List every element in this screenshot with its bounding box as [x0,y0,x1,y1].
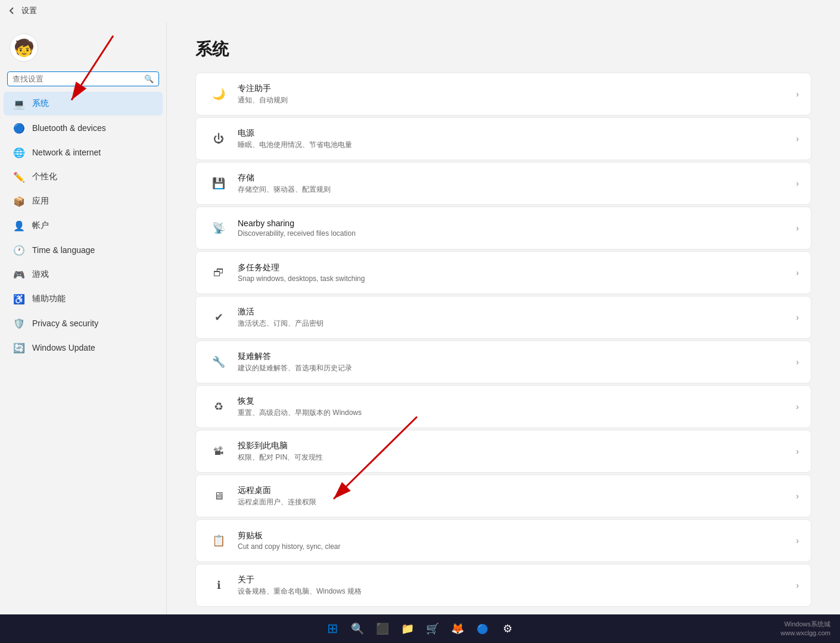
settings-item-activation[interactable]: ✔ 激活 激活状态、订阅、产品密钥 › [195,296,811,339]
sidebar-label-bluetooth: Bluetooth & devices [32,123,106,133]
task-view-button[interactable]: ⬛ [372,618,393,639]
settings-text-focus: 专注助手 通知、自动规则 [238,83,796,105]
sidebar-item-gaming[interactable]: 🎮 游戏 [4,263,163,286]
watermark: Windows系统城 www.wxclgg.com [780,620,830,638]
sidebar-icon-time: 🕐 [13,244,25,256]
settings-item-focus[interactable]: 🌙 专注助手 通知、自动规则 › [195,73,811,116]
teams-button[interactable]: 🔵 [472,618,493,639]
sidebar-item-network[interactable]: 🌐 Network & internet [4,141,163,164]
settings-chevron-remote: › [796,491,799,501]
settings-text-remote: 远程桌面 远程桌面用户、连接权限 [238,485,796,507]
sidebar-item-accounts[interactable]: 👤 帐户 [4,214,163,238]
settings-subtitle-storage: 存储空间、驱动器、配置规则 [238,185,796,195]
settings-subtitle-remote: 远程桌面用户、连接权限 [238,497,796,507]
avatar: 🧒 [10,33,38,62]
settings-text-clipboard: 剪贴板 Cut and copy history, sync, clear [238,530,796,551]
settings-subtitle-clipboard: Cut and copy history, sync, clear [238,542,796,551]
settings-item-clipboard[interactable]: 📋 剪贴板 Cut and copy history, sync, clear … [195,519,811,562]
settings-item-multitask[interactable]: 🗗 多任务处理 Snap windows, desktops, task swi… [195,251,811,294]
settings-text-recovery: 恢复 重置、高级启动、早期版本的 Windows [238,396,796,418]
sidebar-label-accessibility: 辅助功能 [32,294,66,304]
taskbar-right: Windows系统城 www.wxclgg.com [780,620,830,638]
sidebar-item-bluetooth[interactable]: 🔵 Bluetooth & devices [4,116,163,140]
settings-subtitle-focus: 通知、自动规则 [238,95,796,105]
sidebar-item-time[interactable]: 🕐 Time & language [4,238,163,262]
back-button[interactable] [7,6,17,15]
sidebar-icon-privacy: 🛡️ [13,317,25,329]
search-box[interactable]: 🔍 [7,71,159,86]
settings-icon-project: 📽 [208,441,229,462]
settings-title-power: 电源 [238,128,796,139]
taskbar-center: ⊞ 🔍 ⬛ 📁 🛒 🦊 🔵 ⚙ [322,618,518,639]
sidebar-nav: 💻 系统 🔵 Bluetooth & devices 🌐 Network & i… [0,91,166,360]
settings-title-recovery: 恢复 [238,396,796,407]
file-explorer-button[interactable]: 📁 [397,618,418,639]
settings-icon-activation: ✔ [208,307,229,328]
settings-chevron-clipboard: › [796,536,799,545]
settings-item-power[interactable]: ⏻ 电源 睡眠、电池使用情况、节省电池电量 › [195,117,811,160]
sidebar-item-update[interactable]: 🔄 Windows Update [4,336,163,360]
settings-subtitle-activation: 激活状态、订阅、产品密钥 [238,319,796,329]
sidebar-label-time: Time & language [32,245,95,255]
settings-text-multitask: 多任务处理 Snap windows, desktops, task switc… [238,263,796,283]
settings-item-project[interactable]: 📽 投影到此电脑 权限、配对 PIN、可发现性 › [195,430,811,473]
title-bar: 设置 [0,0,840,21]
sidebar-item-accessibility[interactable]: ♿ 辅助功能 [4,287,163,311]
page-title: 系统 [195,38,811,61]
settings-chevron-about: › [796,580,799,590]
settings-item-recovery[interactable]: ♻ 恢复 重置、高级启动、早期版本的 Windows › [195,385,811,428]
settings-chevron-troubleshoot: › [796,357,799,367]
settings-text-power: 电源 睡眠、电池使用情况、节省电池电量 [238,128,796,150]
sidebar-item-system[interactable]: 💻 系统 [4,92,163,116]
settings-chevron-recovery: › [796,402,799,411]
settings-button[interactable]: ⚙ [497,618,518,639]
sidebar-label-privacy: Privacy & security [32,319,98,328]
settings-subtitle-power: 睡眠、电池使用情况、节省电池电量 [238,140,796,150]
search-input[interactable] [13,74,141,83]
settings-title-troubleshoot: 疑难解答 [238,351,796,362]
sidebar-item-apps[interactable]: 📦 应用 [4,189,163,213]
settings-title-nearby: Nearby sharing [238,219,796,228]
settings-text-nearby: Nearby sharing Discoverability, received… [238,219,796,238]
settings-subtitle-about: 设备规格、重命名电脑、Windows 规格 [238,586,796,597]
sidebar-item-personalization[interactable]: ✏️ 个性化 [4,165,163,189]
settings-item-about[interactable]: ℹ 关于 设备规格、重命名电脑、Windows 规格 › [195,564,811,607]
start-button[interactable]: ⊞ [322,618,343,639]
settings-text-project: 投影到此电脑 权限、配对 PIN、可发现性 [238,441,796,463]
settings-icon-focus: 🌙 [208,83,229,105]
settings-chevron-power: › [796,134,799,143]
settings-chevron-focus: › [796,89,799,99]
search-button[interactable]: 🔍 [347,618,368,639]
user-avatar-area: 🧒 [0,26,166,71]
sidebar-label-update: Windows Update [32,343,95,352]
settings-text-activation: 激活 激活状态、订阅、产品密钥 [238,307,796,329]
sidebar-icon-bluetooth: 🔵 [13,122,25,134]
sidebar-item-privacy[interactable]: 🛡️ Privacy & security [4,311,163,335]
main-container: 🧒 🔍 💻 系统 🔵 Bluetooth & devices 🌐 Network… [0,21,840,614]
settings-item-storage[interactable]: 💾 存储 存储空间、驱动器、配置规则 › [195,162,811,205]
settings-item-nearby[interactable]: 📡 Nearby sharing Discoverability, receiv… [195,207,811,249]
browser-button[interactable]: 🦊 [447,618,468,639]
sidebar-label-apps: 应用 [32,196,49,207]
sidebar-icon-update: 🔄 [13,342,25,354]
search-icon: 🔍 [144,74,154,83]
sidebar-icon-accessibility: ♿ [13,293,25,305]
settings-subtitle-multitask: Snap windows, desktops, task switching [238,274,796,283]
settings-item-remote[interactable]: 🖥 远程桌面 远程桌面用户、连接权限 › [195,475,811,517]
settings-icon-clipboard: 📋 [208,530,229,551]
sidebar: 🧒 🔍 💻 系统 🔵 Bluetooth & devices 🌐 Network… [0,21,167,614]
settings-item-troubleshoot[interactable]: 🔧 疑难解答 建议的疑难解答、首选项和历史记录 › [195,341,811,383]
sidebar-label-system: 系统 [32,98,49,109]
settings-text-about: 关于 设备规格、重命名电脑、Windows 规格 [238,575,796,597]
settings-list: 🌙 专注助手 通知、自动规则 › ⏻ 电源 睡眠、电池使用情况、节省电池电量 ›… [195,73,811,607]
settings-chevron-nearby: › [796,223,799,233]
settings-title-about: 关于 [238,575,796,585]
sidebar-label-network: Network & internet [32,148,101,157]
settings-text-storage: 存储 存储空间、驱动器、配置规则 [238,173,796,195]
settings-subtitle-recovery: 重置、高级启动、早期版本的 Windows [238,408,796,418]
store-button[interactable]: 🛒 [422,618,443,639]
settings-chevron-activation: › [796,313,799,322]
sidebar-icon-network: 🌐 [13,146,25,158]
settings-icon-about: ℹ [208,575,229,596]
settings-title-multitask: 多任务处理 [238,263,796,273]
